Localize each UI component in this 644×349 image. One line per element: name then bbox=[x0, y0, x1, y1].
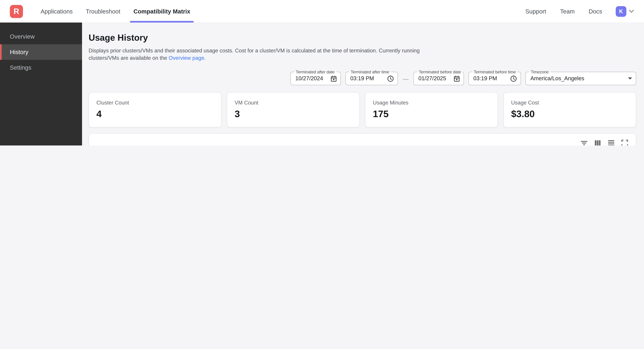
stat-card-usage-minutes: Usage Minutes 175 bbox=[365, 92, 498, 127]
stat-label: Usage Cost bbox=[511, 99, 628, 106]
terminated-after-time-field[interactable]: Terminated after time 03:19 PM bbox=[346, 72, 398, 85]
stat-value: 4 bbox=[96, 109, 214, 120]
top-nav: R Applications Troubleshoot Compatibilit… bbox=[0, 0, 644, 22]
brand-logo[interactable]: R bbox=[10, 5, 23, 18]
terminated-before-time-field[interactable]: Terminated before time 03:19 PM bbox=[468, 72, 521, 85]
terminated-before-time-value: 03:19 PM bbox=[474, 75, 508, 82]
description-line2: clusters/VMs are available on the bbox=[88, 55, 168, 61]
usage-table-card: Actions Name ↑↓ By ↑↓ bbox=[88, 133, 636, 145]
terminated-after-date-field[interactable]: Terminated after date 10/27/2024 bbox=[290, 72, 341, 85]
sidebar: Overview History Settings bbox=[0, 22, 82, 145]
main-content: Usage History Displays prior clusters/VM… bbox=[82, 22, 644, 145]
terminated-after-date-label: Terminated after date bbox=[294, 69, 336, 75]
nav-item-docs[interactable]: Docs bbox=[582, 0, 609, 22]
terminated-after-date-value: 10/27/2024 bbox=[295, 75, 328, 82]
filters-row: Terminated after date 10/27/2024 Termina… bbox=[88, 72, 636, 85]
table-toolbar bbox=[89, 133, 636, 145]
stat-card-cluster-count: Cluster Count 4 bbox=[88, 92, 222, 127]
stat-card-usage-cost: Usage Cost $3.80 bbox=[503, 92, 636, 127]
dropdown-caret-icon[interactable] bbox=[628, 77, 632, 79]
terminated-after-time-label: Terminated after time bbox=[349, 69, 391, 75]
description-line1: Displays prior clusters/VMs and their as… bbox=[88, 47, 420, 54]
nav-item-team[interactable]: Team bbox=[553, 0, 582, 22]
terminated-before-date-label: Terminated before date bbox=[417, 69, 463, 75]
clock-icon[interactable] bbox=[510, 75, 517, 82]
primary-nav: Applications Troubleshoot Compatibility … bbox=[34, 0, 197, 22]
page-description: Displays prior clusters/VMs and their as… bbox=[88, 47, 636, 61]
sidebar-item-history[interactable]: History bbox=[0, 44, 82, 60]
overview-page-link[interactable]: Overview page bbox=[169, 55, 204, 61]
description-period: . bbox=[204, 55, 206, 61]
clock-icon[interactable] bbox=[387, 75, 394, 82]
stat-label: Usage Minutes bbox=[373, 99, 490, 106]
page-title: Usage History bbox=[88, 33, 636, 43]
timezone-value: America/Los_Angeles bbox=[530, 75, 626, 82]
terminated-before-date-field[interactable]: Terminated before date 01/27/2025 bbox=[414, 72, 464, 85]
nav-item-troubleshoot[interactable]: Troubleshoot bbox=[79, 0, 127, 22]
terminated-before-date-value: 01/27/2025 bbox=[418, 75, 451, 82]
terminated-after-time-value: 03:19 PM bbox=[350, 75, 385, 82]
columns-icon[interactable] bbox=[592, 138, 603, 145]
nav-item-compatibility-matrix[interactable]: Compatibility Matrix bbox=[127, 0, 197, 22]
sidebar-item-overview[interactable]: Overview bbox=[0, 29, 82, 44]
stats-row: Cluster Count 4 VM Count 3 Usage Minutes… bbox=[88, 92, 636, 127]
stat-label: Cluster Count bbox=[96, 99, 214, 106]
nav-item-applications[interactable]: Applications bbox=[34, 0, 79, 22]
density-icon[interactable] bbox=[606, 138, 616, 145]
calendar-icon[interactable] bbox=[454, 75, 460, 82]
stat-card-vm-count: VM Count 3 bbox=[227, 92, 360, 127]
calendar-icon[interactable] bbox=[330, 75, 337, 82]
filter-icon[interactable] bbox=[579, 138, 589, 145]
stat-value: 3 bbox=[235, 109, 352, 120]
avatar[interactable]: K bbox=[616, 6, 626, 16]
app-window: R Applications Troubleshoot Compatibilit… bbox=[0, 0, 644, 145]
secondary-nav: Support Team Docs K bbox=[518, 0, 644, 22]
chevron-down-icon[interactable] bbox=[629, 9, 634, 13]
timezone-label: Timezone bbox=[529, 69, 550, 75]
fullscreen-icon[interactable] bbox=[620, 138, 630, 145]
stat-label: VM Count bbox=[235, 99, 352, 106]
date-range-separator: — bbox=[402, 75, 409, 82]
terminated-before-time-label: Terminated before time bbox=[472, 69, 517, 75]
stat-value: 175 bbox=[373, 109, 490, 120]
timezone-select[interactable]: Timezone America/Los_Angeles bbox=[526, 72, 636, 85]
nav-item-support[interactable]: Support bbox=[518, 0, 553, 22]
sidebar-item-settings[interactable]: Settings bbox=[0, 60, 82, 75]
stat-value: $3.80 bbox=[511, 109, 628, 120]
